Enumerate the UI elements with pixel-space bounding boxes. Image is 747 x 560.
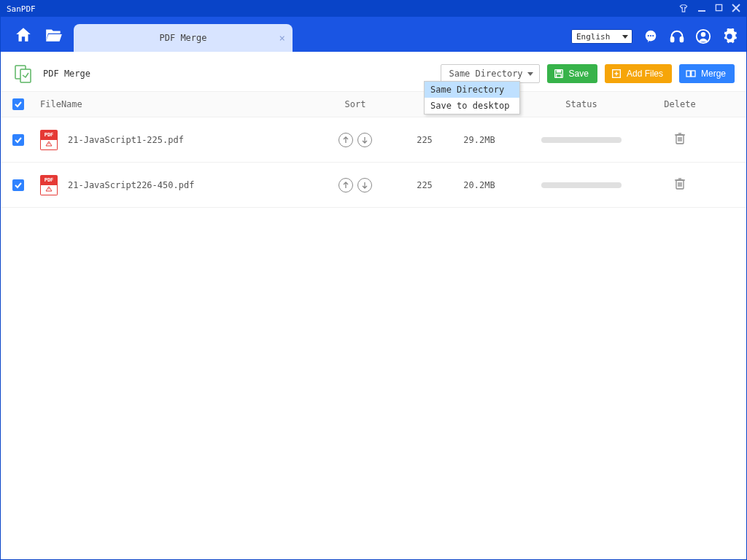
save-label: Save bbox=[569, 69, 589, 79]
merge-icon bbox=[685, 68, 697, 79]
add-files-icon bbox=[611, 68, 622, 79]
row-checkbox[interactable] bbox=[12, 179, 24, 191]
svg-rect-15 bbox=[557, 70, 560, 72]
table-row: PDF 21-JavaScript226-450.pdf 225 20.2MB bbox=[1, 163, 746, 208]
pdf-file-icon: PDF bbox=[40, 175, 58, 195]
col-status: Status bbox=[508, 99, 654, 109]
add-files-button[interactable]: Add Files bbox=[605, 64, 672, 83]
gear-icon[interactable] bbox=[721, 28, 738, 44]
pdf-merge-icon bbox=[12, 62, 36, 85]
app-title: SanPDF bbox=[7, 4, 678, 14]
status-progress bbox=[541, 137, 622, 143]
directory-option-same[interactable]: Same Directory bbox=[425, 82, 519, 98]
directory-value: Same Directory bbox=[449, 69, 522, 79]
tshirt-icon[interactable] bbox=[678, 4, 689, 14]
tab-area: PDF Merge × bbox=[74, 24, 571, 52]
svg-rect-16 bbox=[556, 74, 561, 78]
directory-option-desktop[interactable]: Save to desktop bbox=[425, 98, 519, 114]
language-select[interactable]: English bbox=[571, 29, 632, 44]
file-pages: 225 bbox=[399, 135, 450, 145]
sort-up-button[interactable] bbox=[338, 133, 353, 147]
merge-label: Merge bbox=[701, 69, 726, 79]
close-icon[interactable] bbox=[732, 4, 740, 14]
pdf-file-icon: PDF bbox=[40, 130, 58, 150]
svg-point-6 bbox=[650, 35, 651, 36]
svg-rect-8 bbox=[671, 37, 674, 42]
save-button[interactable]: Save bbox=[547, 64, 597, 83]
svg-rect-9 bbox=[681, 37, 684, 42]
toolbar-right: English bbox=[571, 28, 738, 52]
col-delete: Delete bbox=[654, 99, 705, 109]
maximize-icon[interactable] bbox=[715, 4, 723, 14]
app-window: SanPDF PDF M bbox=[0, 0, 747, 560]
directory-menu: Same Directory Save to desktop bbox=[424, 81, 520, 114]
list-header: FileName Sort Status Delete bbox=[1, 91, 746, 117]
titlebar: SanPDF bbox=[1, 1, 746, 17]
language-value: English bbox=[576, 32, 610, 42]
page-title: PDF Merge bbox=[43, 69, 433, 79]
sort-down-button[interactable] bbox=[357, 178, 372, 192]
svg-rect-13 bbox=[20, 69, 31, 82]
sort-down-button[interactable] bbox=[357, 133, 372, 147]
delete-button[interactable] bbox=[674, 132, 686, 145]
sort-up-button[interactable] bbox=[338, 178, 353, 192]
nav-icons bbox=[14, 26, 63, 52]
table-row: PDF 21-JavaScript1-225.pdf 225 29.2MB bbox=[1, 117, 746, 163]
home-icon[interactable] bbox=[14, 26, 33, 44]
svg-point-5 bbox=[648, 35, 649, 36]
svg-point-7 bbox=[652, 35, 654, 36]
svg-rect-20 bbox=[686, 71, 690, 77]
toolbar: PDF Merge × English bbox=[1, 17, 746, 52]
tab-close-icon[interactable]: × bbox=[279, 32, 285, 44]
file-size: 20.2MB bbox=[450, 180, 508, 190]
action-bar: PDF Merge Same Directory Save Add Files bbox=[1, 52, 746, 91]
svg-rect-1 bbox=[716, 4, 721, 10]
window-controls bbox=[678, 4, 740, 14]
headphones-icon[interactable] bbox=[669, 28, 685, 44]
user-icon[interactable] bbox=[695, 28, 711, 44]
svg-point-29 bbox=[48, 188, 50, 190]
minimize-icon[interactable] bbox=[697, 4, 706, 14]
add-files-label: Add Files bbox=[627, 69, 663, 79]
svg-point-22 bbox=[48, 143, 50, 144]
row-checkbox[interactable] bbox=[12, 134, 24, 146]
file-size: 29.2MB bbox=[450, 135, 508, 145]
delete-button[interactable] bbox=[674, 177, 686, 190]
select-all-checkbox[interactable] bbox=[12, 98, 24, 110]
file-name: 21-JavaScript1-225.pdf bbox=[68, 135, 184, 145]
file-pages: 225 bbox=[399, 180, 450, 190]
tab-pdf-merge[interactable]: PDF Merge × bbox=[74, 24, 293, 52]
status-progress bbox=[541, 182, 622, 188]
col-filename: FileName bbox=[34, 99, 311, 109]
file-name: 21-JavaScript226-450.pdf bbox=[68, 180, 194, 190]
svg-point-11 bbox=[701, 32, 705, 36]
svg-rect-21 bbox=[692, 71, 695, 77]
tab-label: PDF Merge bbox=[159, 33, 206, 43]
col-sort: Sort bbox=[311, 99, 399, 109]
merge-button[interactable]: Merge bbox=[679, 64, 735, 83]
chat-icon[interactable] bbox=[643, 28, 659, 44]
folder-open-icon[interactable] bbox=[44, 27, 63, 43]
save-icon bbox=[553, 68, 565, 79]
content-area: PDF Merge Same Directory Save Add Files bbox=[1, 52, 746, 559]
